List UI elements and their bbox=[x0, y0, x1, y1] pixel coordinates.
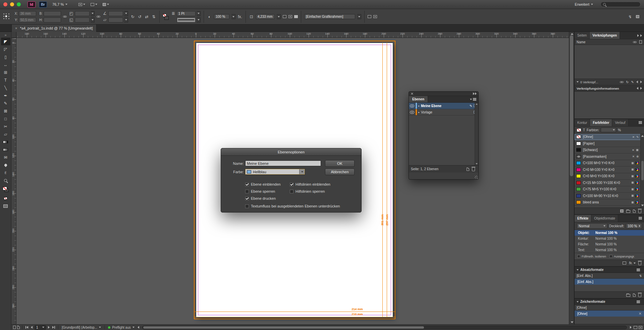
scale-x-input[interactable] bbox=[75, 11, 90, 16]
panel-menu-icon[interactable] bbox=[635, 300, 642, 303]
tab-kontur[interactable]: Kontur bbox=[575, 119, 590, 126]
swatch-row[interactable]: [Papier] bbox=[575, 140, 644, 147]
relink-icon[interactable] bbox=[620, 81, 624, 83]
tab-verlauf[interactable]: Verlauf bbox=[612, 119, 628, 126]
swatch-row[interactable]: [Schwarz] ✕ bbox=[575, 147, 644, 154]
layer-row[interactable]: ▸ Vorlage ✎ bbox=[409, 109, 478, 115]
swatch-row[interactable]: C=15 M=100 Y=100 K=0 bbox=[575, 180, 644, 186]
delete-paragraph-style-icon[interactable] bbox=[638, 294, 641, 297]
links-filter-icon[interactable] bbox=[577, 81, 579, 83]
rotate-ccw-button[interactable]: ↺ bbox=[137, 14, 142, 19]
selection-tool[interactable]: ◤ bbox=[1, 38, 10, 45]
opacity-input[interactable]: 100 % bbox=[214, 14, 229, 19]
note-tool[interactable]: ✉ bbox=[1, 153, 10, 161]
panel-menu-icon[interactable] bbox=[637, 215, 644, 222]
object-style-dropdown[interactable] bbox=[357, 14, 361, 19]
corner-radius-dropdown[interactable] bbox=[277, 14, 281, 19]
ok-button[interactable]: OK bbox=[325, 160, 355, 167]
scroll-right-button[interactable] bbox=[629, 326, 632, 329]
fitting-center-icon[interactable] bbox=[294, 15, 298, 18]
scroll-down-icon[interactable] bbox=[641, 205, 644, 206]
effects-opacity-input[interactable]: 100 % bbox=[626, 223, 642, 229]
paragraph-styles-header[interactable]: Absatzformate bbox=[580, 268, 603, 272]
layer-name-input[interactable]: Meine Ebene bbox=[245, 160, 321, 166]
scroll-down-button[interactable] bbox=[569, 320, 575, 324]
gradient-tool[interactable] bbox=[1, 138, 10, 146]
rotate-cw-button[interactable]: ↻ bbox=[130, 14, 135, 19]
swatch-scrollbar[interactable] bbox=[640, 134, 644, 207]
panel-menu-icon[interactable] bbox=[635, 269, 642, 271]
new-color-group-icon[interactable] bbox=[626, 210, 630, 213]
wrap-none-icon[interactable] bbox=[368, 15, 371, 18]
horizontal-scroll-thumb[interactable] bbox=[143, 326, 424, 329]
tab-ebenen[interactable]: Ebenen bbox=[409, 96, 428, 102]
constrain-scale-icon[interactable] bbox=[97, 16, 100, 17]
stroke-type-select[interactable] bbox=[177, 17, 196, 22]
next-page-button[interactable] bbox=[47, 326, 50, 329]
scroll-left-button[interactable] bbox=[137, 326, 140, 329]
hand-tool[interactable]: ✌ bbox=[1, 169, 10, 177]
flip-vertical-button[interactable]: ⇅ bbox=[151, 14, 156, 19]
constrain-dimensions-icon[interactable] bbox=[63, 16, 67, 17]
first-page-button[interactable] bbox=[25, 326, 29, 329]
resize-grip[interactable] bbox=[475, 176, 478, 179]
zoom-window-button[interactable] bbox=[17, 2, 21, 6]
last-page-button[interactable] bbox=[52, 326, 56, 329]
swatch-row[interactable]: bleed area bbox=[575, 199, 644, 206]
tab-farbfelder[interactable]: Farbfelder bbox=[590, 119, 612, 126]
ruler-origin-box[interactable] bbox=[11, 32, 16, 38]
new-layer-icon[interactable] bbox=[467, 168, 469, 171]
fill-proxy-icon[interactable] bbox=[577, 128, 581, 132]
horizontal-scrollbar[interactable] bbox=[142, 326, 627, 329]
page-tool[interactable]: ▯ bbox=[1, 53, 10, 61]
edit-original-icon[interactable]: ✎ bbox=[631, 80, 634, 84]
reference-point-proxy[interactable] bbox=[3, 13, 10, 20]
x-position-input[interactable]: 36 mm bbox=[19, 11, 36, 16]
swatch-row[interactable]: C=0 M=0 Y=100 K=0 bbox=[575, 173, 644, 180]
checkbox-hilfslinien-sperren[interactable]: Hilfslinien sperren bbox=[290, 189, 325, 193]
swatch-row[interactable]: C=75 M=5 Y=100 K=0 bbox=[575, 186, 644, 193]
tab-seiten[interactable]: Seiten bbox=[575, 32, 590, 39]
scroll-up-icon[interactable] bbox=[641, 135, 644, 137]
swatch-row[interactable]: C=100 M=0 Y=0 K=0 bbox=[575, 160, 644, 167]
current-paragraph-style[interactable]: [Einf. Abs.] ↯ bbox=[575, 273, 644, 279]
type-tool[interactable]: T bbox=[1, 76, 10, 84]
swatch-row[interactable]: C=100 M=90 Y=10 K=0 bbox=[575, 193, 644, 199]
fitting-fit-icon[interactable] bbox=[288, 15, 292, 18]
disclosure-triangle-icon[interactable]: ▸ bbox=[417, 111, 421, 114]
current-character-style[interactable]: [Ohne] bbox=[575, 305, 644, 311]
collapse-dock-button[interactable] bbox=[635, 32, 644, 39]
fill-stroke-proxy[interactable] bbox=[1, 184, 10, 194]
content-collector-tool[interactable]: ⊞ bbox=[1, 68, 10, 76]
text-fill-icon[interactable]: T bbox=[583, 128, 585, 132]
pages-view-icon[interactable] bbox=[634, 326, 637, 329]
blend-mode-select[interactable]: Normal bbox=[577, 223, 607, 229]
preflight-profile-menu[interactable]: [Grundprofil] (Arbeitsp... bbox=[61, 326, 102, 329]
horizontal-ruler[interactable]: 1801601401201008060402002040608010012014… bbox=[11, 32, 569, 38]
knockout-group-checkbox[interactable]: Aussparungsgr. bbox=[609, 255, 635, 258]
tint-input[interactable] bbox=[601, 128, 616, 132]
new-style-group-icon[interactable] bbox=[626, 294, 630, 297]
arrange-documents-button[interactable] bbox=[102, 2, 110, 7]
panel-menu-icon[interactable] bbox=[468, 96, 478, 102]
effects-target-row[interactable]: Text: Normal 100 % bbox=[575, 247, 644, 253]
workspace-switcher[interactable]: Erweitert bbox=[573, 2, 595, 7]
abbrechen-button[interactable]: Abbrechen bbox=[325, 169, 355, 175]
quick-apply-button[interactable]: ↯ bbox=[628, 14, 633, 19]
shear-angle-input[interactable] bbox=[108, 17, 123, 22]
line-tool[interactable]: ╲ bbox=[1, 84, 10, 92]
bridge-button[interactable]: Br bbox=[39, 1, 47, 8]
flip-horizontal-button[interactable]: ⇄ bbox=[144, 14, 149, 19]
screen-mode-button[interactable] bbox=[90, 2, 98, 7]
checkbox-ebene-drucken[interactable]: Ebene drucken bbox=[245, 196, 276, 200]
pen-tool[interactable]: ✒ bbox=[1, 92, 10, 99]
layers-scrollbar[interactable] bbox=[475, 103, 478, 165]
shear-dropdown[interactable] bbox=[124, 17, 128, 22]
rectangle-tool[interactable]: □ bbox=[1, 115, 10, 123]
scale-y-dropdown[interactable] bbox=[91, 17, 95, 22]
free-transform-tool[interactable]: ▱ bbox=[1, 130, 10, 138]
delete-swatch-icon[interactable] bbox=[638, 210, 641, 213]
next-link-icon[interactable] bbox=[640, 81, 642, 83]
new-paragraph-style-icon[interactable] bbox=[633, 293, 636, 297]
layer-row[interactable]: ▸ Meine Ebene ✎ bbox=[409, 103, 478, 109]
